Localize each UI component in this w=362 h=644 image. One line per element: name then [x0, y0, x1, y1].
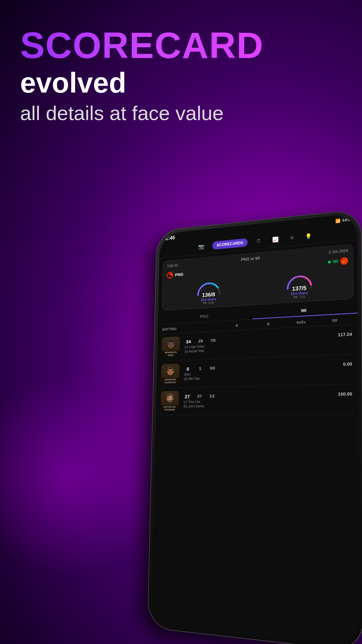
- balls-val: 1: [196, 366, 204, 371]
- balls-val: 29: [197, 338, 204, 343]
- player-stats-section: 0 1 0/0 0.00 (lbw) (b) Alei Nao: [182, 361, 352, 381]
- timer-icon[interactable]: ⏱: [253, 236, 264, 246]
- match-title: PNG vs WI: [241, 256, 260, 262]
- avatar: 🧔🏽 NICHOLASPOORAN: [161, 391, 179, 412]
- player-stats-section: 34 29 7/0 117.24 (c) Lega Siaka (b) Assa…: [182, 331, 352, 354]
- bulb-icon[interactable]: 💡: [302, 231, 315, 241]
- balls-val: 27: [196, 394, 203, 399]
- hero-subtitle2: all details at face value: [20, 100, 264, 126]
- away-team-label: WI: [333, 259, 338, 264]
- runs-val: 0: [184, 366, 191, 372]
- match-series: T20I #2: [167, 263, 178, 268]
- runs-val: 34: [185, 339, 192, 344]
- player-name-label: BRANDONKING: [162, 350, 180, 358]
- png-flag: 🇵🇬: [167, 272, 173, 279]
- hero-title: SCORECARD: [20, 27, 264, 64]
- dismissal-info: (c) Tony Ura (b) John Kariko: [183, 397, 352, 409]
- phone-mockup: 2:46 📶 44% 📷 SCORECARDS ⏱ 📈 ≡ 💡: [144, 215, 362, 644]
- phone-screen: 2:46 📶 44% 📷 SCORECARDS ⏱ 📈 ≡ 💡: [151, 213, 359, 644]
- match-date: 2 Jun 2024: [329, 249, 348, 254]
- home-team-badge: 🇵🇬 PNG: [167, 271, 183, 279]
- col-b-label: B: [252, 321, 285, 327]
- avatar: 👨🏾 JOHNSONCHARLES: [161, 364, 180, 385]
- fs-val: 0/0: [209, 366, 217, 370]
- hero-section: SCORECARD evolved all details at face va…: [20, 27, 264, 126]
- col-r-label: R: [222, 323, 253, 328]
- away-score: 137/5: [292, 285, 306, 292]
- sr-val: 100.00: [338, 391, 352, 397]
- batting-table: BATTING R B 4s/6s SR 👨🏿 BRANDONKING 34: [156, 314, 358, 415]
- col-sr-label: SR: [318, 317, 352, 323]
- home-score-gauge: 136/8 20.0 Overs RR: 6.80: [195, 277, 223, 305]
- camera-icon[interactable]: 📷: [196, 242, 207, 251]
- avatar: 👨🏿 BRANDONKING: [162, 336, 180, 358]
- runs-val: 27: [184, 394, 191, 399]
- player-name-label: NICHOLASPOORAN: [161, 405, 179, 412]
- battery-icon: 44%: [342, 217, 350, 223]
- status-icons: 📶 44%: [335, 217, 350, 224]
- scorecards-tab[interactable]: SCORECARDS: [212, 238, 248, 250]
- home-score: 136/8: [202, 291, 215, 299]
- player-name-label: JOHNSONCHARLES: [161, 377, 179, 384]
- away-score-gauge: 137/5 19.0 Overs RR: 7.21: [284, 270, 315, 300]
- col-batting-label: BATTING: [162, 324, 221, 331]
- player-stats-section: 27 27 1/2 100.00 (c) Tony Ura (b) John K…: [181, 391, 352, 409]
- hero-subtitle1: evolved: [20, 67, 264, 99]
- sr-val: 117.24: [338, 332, 352, 337]
- signal-icon: 📶: [335, 218, 341, 223]
- chart-icon[interactable]: 📈: [269, 234, 281, 244]
- live-dot: [328, 261, 331, 264]
- fs-val: 7/0: [209, 338, 217, 343]
- fs-val: 1/2: [208, 394, 216, 398]
- sr-val: 0.00: [343, 361, 352, 367]
- away-team-live-badge: WI 🏏: [328, 257, 348, 266]
- home-team-name: PNG: [175, 272, 183, 277]
- phone-outer-shell: 2:46 📶 44% 📷 SCORECARDS ⏱ 📈 ≡ 💡: [147, 209, 362, 644]
- table-row: 🧔🏽 NICHOLASPOORAN 27 27 1/2 100.00 (c) T…: [158, 384, 355, 416]
- menu-icon[interactable]: ≡: [287, 233, 296, 243]
- status-time: 2:46: [166, 235, 175, 241]
- col-fs-label: 4s/6s: [285, 319, 318, 325]
- wi-logo: 🏏: [340, 257, 348, 265]
